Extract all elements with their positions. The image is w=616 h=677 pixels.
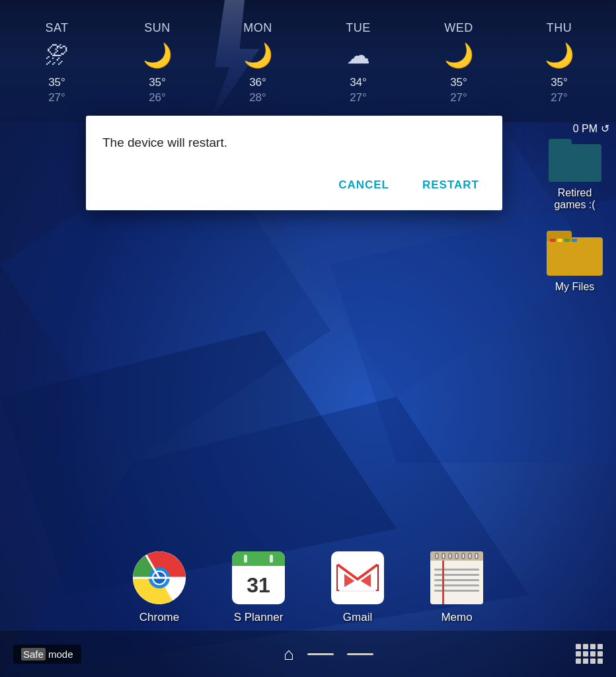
dialog-message: The device will restart.: [102, 136, 486, 150]
restart-button[interactable]: RESTART: [416, 173, 486, 197]
cancel-button[interactable]: CANCEL: [332, 173, 396, 197]
dialog-overlay: The device will restart. CANCEL RESTART: [0, 0, 616, 677]
dialog-buttons: CANCEL RESTART: [102, 173, 486, 197]
restart-dialog: The device will restart. CANCEL RESTART: [86, 116, 502, 210]
